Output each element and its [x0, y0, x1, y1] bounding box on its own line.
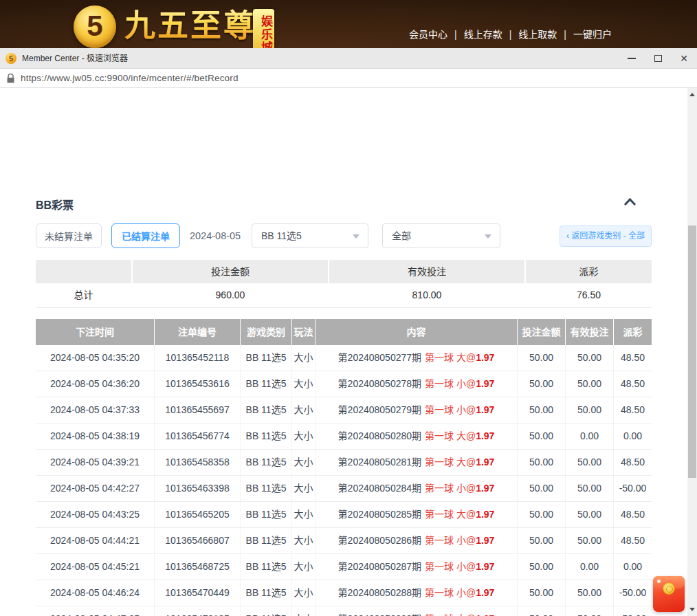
game-select[interactable]: BB 11选5 [252, 223, 368, 248]
content-pick: 第一球 大@ [425, 352, 476, 363]
nav-link-3[interactable]: 一键归户 [573, 29, 612, 40]
column-header: 有效投注 [566, 319, 614, 345]
cell-order-id: 101365452118 [155, 345, 241, 371]
cell-valid-bet: 50.00 [566, 580, 614, 606]
red-envelope-highlight [657, 580, 661, 583]
cell-order-id: 101365470449 [155, 580, 241, 606]
cell-bet-time: 2024-08-05 04:38:19 [36, 424, 155, 449]
cell-game-type: BB 11选5 [241, 450, 292, 475]
table-row: 2024-08-05 04:44:21101365466807BB 11选5大小… [36, 528, 652, 554]
cell-bet-amount: 50.00 [518, 502, 566, 527]
address-bar[interactable]: https://www.jw05.cc:9900/infe/mcenter/#/… [0, 69, 697, 88]
content-pick: 第一球 大@ [425, 613, 476, 616]
column-header: 下注时间 [36, 319, 155, 345]
nav-link-2[interactable]: 线上取款 [518, 29, 557, 40]
scope-select[interactable]: 全部 [382, 223, 500, 248]
content-period: 第202408050280期 [338, 430, 421, 441]
cell-valid-bet: 50.00 [566, 345, 614, 371]
cell-bet-amount: 50.00 [518, 554, 566, 580]
content-odds: 1.97 [476, 613, 494, 616]
table-header-row: 下注时间注单编号游戏类别玩法内容投注金额有效投注派彩 [36, 319, 652, 345]
cell-bet-time: 2024-08-05 04:36:20 [36, 371, 155, 397]
cell-valid-bet: 50.00 [566, 397, 614, 423]
cell-content: 第202408050280期第一球 大@1.97 [316, 424, 518, 449]
chevron-down-icon [485, 234, 491, 239]
summary-total-row: 总计 960.00 810.00 76.50 [36, 283, 652, 308]
content-pick: 第一球 大@ [425, 430, 476, 441]
table-row: 2024-08-05 04:39:21101365458358BB 11选5大小… [36, 450, 652, 476]
content-odds: 1.97 [476, 456, 494, 468]
cell-order-id: 101365466807 [155, 528, 241, 553]
minimize-button[interactable] [619, 48, 645, 69]
column-header: 注单编号 [155, 319, 241, 345]
cell-payout: 0.00 [614, 424, 652, 449]
cell-game-type: BB 11选5 [241, 345, 292, 371]
content-pick: 第一球 大@ [425, 456, 476, 468]
chevron-up-icon[interactable] [623, 197, 637, 206]
cell-bet-amount: 50.00 [518, 476, 566, 501]
cell-payout: -50.00 [614, 476, 652, 501]
cell-bet-amount: 50.00 [518, 424, 566, 449]
nav-link-1[interactable]: 线上存款 [464, 29, 502, 40]
unsettled-bets-button[interactable]: 未结算注单 [36, 223, 102, 248]
content-pick: 第一球 小@ [425, 535, 476, 546]
cell-bet-amount: 50.00 [518, 371, 566, 397]
logo-number: 5 [87, 10, 102, 43]
cell-bet-time: 2024-08-05 04:45:21 [36, 554, 155, 580]
nav-separator: | [564, 29, 566, 40]
table-row: 2024-08-05 04:36:20101365453616BB 11选5大小… [36, 371, 652, 397]
cell-order-id: 101365458358 [155, 450, 241, 475]
content-period: 第202408050288期 [338, 587, 421, 598]
nav-link-0[interactable]: 会员中心 [409, 29, 447, 40]
cell-content: 第202408050278期第一球 小@1.97 [316, 371, 518, 397]
banner-nav: 会员中心|线上存款|线上取款|一键归户 [409, 27, 612, 41]
content-period: 第202408050284期 [338, 483, 421, 494]
content-period: 第202408050281期 [338, 456, 421, 468]
red-envelope-icon[interactable] [653, 576, 685, 612]
content-period: 第202408050278期 [338, 378, 421, 389]
cell-order-id: 101365463398 [155, 476, 241, 501]
arrow-up-icon [689, 93, 695, 96]
bet-record-table: 下注时间注单编号游戏类别玩法内容投注金额有效投注派彩 2024-08-05 04… [36, 319, 652, 616]
cell-valid-bet: 0.00 [566, 554, 614, 580]
cell-valid-bet: 0.00 [566, 424, 614, 449]
scrollbar-thumb[interactable] [688, 226, 696, 478]
brand-logo-icon: 5 [74, 6, 116, 48]
cell-payout: 48.50 [614, 528, 652, 553]
summary-header-blank [36, 260, 131, 283]
cell-play-type: 大小 [292, 371, 316, 397]
browser-window: 5 九五至尊 娱乐城 会员中心|线上存款|线上取款|一键归户 5 Member … [0, 0, 697, 616]
brand-badge: 娱乐城 [253, 9, 274, 48]
summary-header-bet-amount: 投注金额 [133, 260, 328, 283]
scroll-up-button[interactable] [687, 89, 697, 100]
content-pick: 第一球 小@ [425, 483, 476, 494]
cell-valid-bet: 50.00 [566, 450, 614, 475]
cell-game-type: BB 11选5 [241, 606, 292, 616]
close-button[interactable]: ✕ [671, 48, 697, 69]
column-header: 游戏类别 [241, 319, 292, 345]
cell-order-id: 101365468725 [155, 554, 241, 580]
maximize-button[interactable] [645, 48, 671, 69]
cell-order-id: 101365456774 [155, 424, 241, 449]
cell-bet-time: 2024-08-05 04:35:20 [36, 345, 155, 371]
vertical-scrollbar[interactable] [687, 88, 697, 616]
content-period: 第202408050286期 [338, 535, 421, 546]
back-to-category-button[interactable]: ‹ 返回游戏类别 - 全部 [560, 226, 652, 247]
cell-bet-time: 2024-08-05 04:47:25 [36, 606, 155, 616]
content-period: 第202408050289期 [338, 613, 421, 616]
content-odds: 1.97 [476, 561, 494, 572]
date-filter[interactable]: 2024-08-05 [190, 223, 241, 248]
nav-separator: | [509, 29, 512, 40]
settled-bets-button[interactable]: 已结算注单 [111, 223, 180, 248]
column-header: 玩法 [292, 319, 316, 345]
nav-separator: | [454, 29, 457, 40]
close-icon: ✕ [680, 54, 688, 63]
cell-payout: 48.50 [614, 397, 652, 423]
scroll-down-button[interactable] [687, 604, 697, 615]
table-row: 2024-08-05 04:45:21101365468725BB 11选5大小… [36, 554, 652, 580]
arrow-down-icon [689, 608, 695, 611]
browser-titlebar: 5 Member Center - 极速浏览器 ✕ [0, 48, 697, 69]
cell-bet-time: 2024-08-05 04:42:27 [36, 476, 155, 501]
cell-bet-time: 2024-08-05 04:39:21 [36, 450, 155, 475]
cell-bet-time: 2024-08-05 04:43:25 [36, 502, 155, 527]
